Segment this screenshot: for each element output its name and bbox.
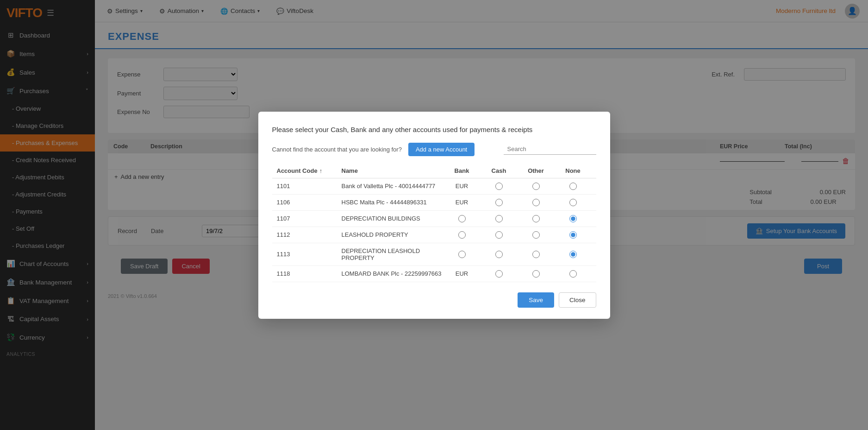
none-radio[interactable] — [569, 183, 577, 190]
row-none[interactable] — [555, 231, 592, 239]
bank-radio[interactable] — [458, 251, 466, 258]
other-radio[interactable] — [532, 183, 540, 190]
row-bank: EUR — [443, 270, 481, 277]
col-cash: Cash — [481, 167, 518, 174]
modal-table-header: Account Code ↑ Name Bank Cash Other None — [272, 164, 596, 178]
row-cash[interactable] — [481, 231, 518, 239]
cash-radio[interactable] — [495, 183, 503, 190]
row-cash[interactable] — [481, 215, 518, 222]
col-other: Other — [518, 167, 555, 174]
row-other[interactable] — [518, 215, 555, 222]
row-other[interactable] — [518, 199, 555, 206]
row-name: DEPRECIATION BUILDINGS — [342, 215, 443, 222]
bank-label: EUR — [456, 183, 468, 190]
sort-icon: ↑ — [319, 167, 323, 174]
row-other[interactable] — [518, 251, 555, 258]
row-bank[interactable] — [443, 231, 481, 239]
col-name: Name — [342, 167, 443, 174]
not-found-label: Cannot find the account that you are loo… — [272, 146, 402, 153]
none-radio[interactable] — [569, 199, 577, 206]
none-radio[interactable] — [569, 251, 577, 258]
col-account-code[interactable]: Account Code ↑ — [277, 167, 342, 174]
other-radio[interactable] — [532, 231, 540, 239]
none-radio[interactable] — [569, 231, 577, 239]
row-code: 1118 — [277, 270, 342, 277]
account-row-1101: 1101 Bank of Valletta Plc - 40014444777 … — [272, 178, 596, 195]
cash-radio[interactable] — [495, 270, 503, 278]
row-code: 1107 — [277, 215, 342, 222]
row-cash[interactable] — [481, 270, 518, 278]
bank-accounts-modal: Please select your Cash, Bank and any ot… — [258, 112, 610, 319]
account-code-label: Account Code — [277, 167, 318, 174]
row-name: LOMBARD BANK Plc - 22259997663 — [342, 270, 443, 277]
add-new-account-button[interactable]: Add a new Account — [408, 143, 475, 156]
row-cash[interactable] — [481, 199, 518, 206]
row-none[interactable] — [555, 215, 592, 222]
modal-search-row: Cannot find the account that you are loo… — [272, 143, 596, 156]
cash-radio[interactable] — [495, 251, 503, 258]
other-radio[interactable] — [532, 251, 540, 258]
bank-radio[interactable] — [458, 231, 466, 239]
other-radio[interactable] — [532, 199, 540, 206]
modal-title: Please select your Cash, Bank and any ot… — [272, 125, 596, 134]
row-name: Bank of Valletta Plc - 40014444777 — [342, 183, 443, 190]
row-none[interactable] — [555, 199, 592, 206]
cash-radio[interactable] — [495, 231, 503, 239]
modal-save-button[interactable]: Save — [518, 292, 554, 308]
row-none[interactable] — [555, 270, 592, 278]
row-cash[interactable] — [481, 183, 518, 190]
other-radio[interactable] — [532, 215, 540, 222]
row-other[interactable] — [518, 270, 555, 278]
row-name: LEASHOLD PROPERTY — [342, 231, 443, 238]
cash-radio[interactable] — [495, 199, 503, 206]
account-row-1107: 1107 DEPRECIATION BUILDINGS — [272, 211, 596, 227]
other-radio[interactable] — [532, 270, 540, 278]
row-code: 1112 — [277, 231, 342, 238]
col-bank: Bank — [443, 167, 481, 174]
bank-label: EUR — [456, 270, 468, 277]
row-bank[interactable] — [443, 251, 481, 258]
modal-search-input[interactable] — [504, 144, 596, 155]
col-none: None — [555, 167, 592, 174]
row-name: DEPRECIATION LEASHOLD PROPERTY — [342, 247, 443, 261]
account-row-1113: 1113 DEPRECIATION LEASHOLD PROPERTY — [272, 243, 596, 266]
row-bank[interactable] — [443, 215, 481, 222]
row-cash[interactable] — [481, 251, 518, 258]
modal-footer: Save Close — [272, 292, 596, 308]
row-bank: EUR — [443, 199, 481, 206]
account-row-1118: 1118 LOMBARD BANK Plc - 22259997663 EUR — [272, 266, 596, 282]
row-code: 1101 — [277, 183, 342, 190]
modal-overlay: Please select your Cash, Bank and any ot… — [0, 0, 868, 430]
row-code: 1106 — [277, 199, 342, 206]
none-radio[interactable] — [569, 270, 577, 278]
bank-label: EUR — [456, 199, 468, 206]
cash-radio[interactable] — [495, 215, 503, 222]
row-name: HSBC Malta Plc - 44444896331 — [342, 199, 443, 206]
modal-close-button[interactable]: Close — [559, 292, 596, 308]
row-other[interactable] — [518, 183, 555, 190]
account-row-1112: 1112 LEASHOLD PROPERTY — [272, 227, 596, 243]
row-other[interactable] — [518, 231, 555, 239]
none-radio[interactable] — [569, 215, 577, 222]
row-bank: EUR — [443, 183, 481, 190]
bank-radio[interactable] — [458, 215, 466, 222]
row-none[interactable] — [555, 183, 592, 190]
row-code: 1113 — [277, 251, 342, 258]
account-row-1106: 1106 HSBC Malta Plc - 44444896331 EUR — [272, 195, 596, 211]
row-none[interactable] — [555, 251, 592, 258]
